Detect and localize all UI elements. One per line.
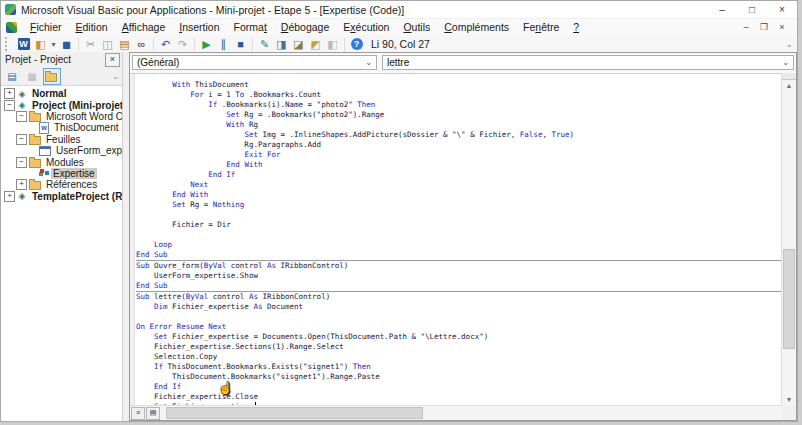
collapse-icon[interactable]: − (16, 111, 27, 122)
code-line (136, 230, 782, 240)
mouse-pointer-hand-icon: ☝ (218, 381, 233, 395)
insert-dropdown-icon[interactable]: ▾ (49, 36, 58, 52)
scroll-up-icon[interactable]: ▲ (782, 80, 796, 92)
menu-complments[interactable]: Compléments (437, 20, 516, 34)
tree-item-r-f-rences[interactable]: +Références (1, 179, 122, 190)
mdi-close-button[interactable]: × (773, 22, 791, 32)
collapse-icon[interactable]: − (16, 134, 27, 145)
code-line: End With (136, 190, 782, 200)
pause-icon[interactable]: ∥ (215, 36, 232, 52)
minimize-button[interactable]: – (707, 1, 737, 18)
menu-bar: FichierEditionAffichageInsertionFormatDé… (1, 19, 797, 35)
code-editor[interactable]: With ThisDocument For i = 1 To .Bookmark… (130, 73, 782, 406)
code-line: If .Bookmarks(i).Name = "photo2" Then (136, 100, 782, 110)
code-line: Next (136, 180, 782, 190)
expand-icon[interactable]: + (16, 179, 27, 190)
run-icon[interactable]: ▶ (198, 36, 215, 52)
menu-fichier[interactable]: Fichier (23, 20, 69, 34)
toolbar-grip[interactable] (5, 37, 12, 51)
tree-item-feuilles[interactable]: −Feuilles (1, 134, 122, 145)
tree-item-templateproject-rapp[interactable]: +◈TemplateProject (Rapp (1, 191, 122, 202)
collapse-icon[interactable]: − (4, 100, 15, 111)
menu-affichage[interactable]: Affichage (115, 20, 173, 34)
panel-close-icon[interactable]: × (105, 53, 120, 67)
mdi-minimize-button[interactable]: – (737, 22, 755, 32)
tree-item-label: Expertise (51, 168, 97, 179)
object-browser-icon[interactable]: ◩ (307, 36, 324, 52)
menu-dbogage[interactable]: Débogage (274, 20, 336, 34)
undo-icon[interactable]: ↶ (157, 36, 174, 52)
help-icon[interactable]: ? (348, 36, 365, 52)
procedure-view-icon[interactable]: ≡ (131, 407, 145, 420)
menu-outils[interactable]: Outils (396, 20, 437, 34)
code-text: With ThisDocument For i = 1 To .Bookmark… (136, 80, 782, 406)
collapse-icon[interactable]: − (16, 157, 27, 168)
app-icon (5, 4, 16, 15)
project-icon: ◈ (17, 89, 27, 99)
split-handle[interactable] (782, 73, 796, 80)
stop-icon[interactable]: ◼ (232, 36, 249, 52)
view-word-icon[interactable]: W (15, 36, 32, 52)
scroll-down-icon[interactable]: ▼ (782, 394, 796, 406)
code-window: (Général) ⌄ lettre ⌄ With ThisDocument F… (129, 52, 797, 421)
vertical-scroll-thumb[interactable] (783, 249, 795, 349)
procedure-dropdown[interactable]: lettre ⌄ (382, 55, 794, 70)
close-button[interactable]: × (767, 1, 797, 18)
maximize-button[interactable]: □ (737, 1, 767, 18)
view-code-icon[interactable]: ▤ (3, 68, 21, 85)
save-icon[interactable]: ◼ (58, 36, 75, 52)
code-line (136, 210, 782, 220)
tree-item-label: Project (Mini-projet - Et (30, 100, 122, 111)
tree-item-expertise[interactable]: Expertise (1, 168, 122, 179)
panel-overflow-icon[interactable]: ⌄ (112, 72, 120, 81)
tree-item-userform-expertise[interactable]: UserForm_expertise (1, 145, 122, 156)
code-line: On Error Resume Next (136, 322, 782, 332)
full-module-view-icon[interactable]: ▤ (146, 407, 160, 420)
design-mode-icon[interactable]: ✎ (256, 36, 273, 52)
menu-insertion[interactable]: Insertion (172, 20, 226, 34)
insert-userform-icon[interactable]: ◧ (32, 36, 49, 52)
code-line: End Sub (136, 250, 782, 260)
project-explorer-panel: Projet - Project × ▤▦⌄ +◈Normal−◈Project… (1, 52, 123, 421)
code-line: Set Img = .InlineShapes.AddPicture(sDoss… (136, 130, 782, 140)
code-line: With ThisDocument (136, 80, 782, 90)
project-explorer-icon[interactable]: ◨ (273, 36, 290, 52)
code-line: End If (136, 170, 782, 180)
folder-icon (29, 159, 41, 168)
code-body: With ThisDocument For i = 1 To .Bookmark… (130, 73, 796, 420)
tree-item-normal[interactable]: +◈Normal (1, 88, 122, 99)
tree-item-label: Feuilles (44, 134, 82, 145)
tree-item-project-mini-projet-et[interactable]: −◈Project (Mini-projet - Et (1, 99, 122, 110)
toolbar-separator (153, 38, 154, 51)
expand-icon[interactable]: + (4, 191, 15, 202)
margin-indicator-bar (130, 74, 135, 406)
menu-format[interactable]: Format (227, 20, 274, 34)
vertical-scrollbar[interactable]: ▲ ▼ (781, 73, 796, 406)
paste-icon[interactable]: ▤ (116, 36, 133, 52)
menu-?[interactable]: ? (566, 20, 586, 34)
tree-item-microsoft-word-objets[interactable]: −Microsoft Word Objets (1, 111, 122, 122)
code-line: Sub Ouvre_form(ByVal control As IRibbonC… (136, 261, 782, 271)
title-bar: Microsoft Visual Basic pour Applications… (1, 1, 797, 19)
properties-window-icon[interactable]: ◪ (290, 36, 307, 52)
module-icon (40, 169, 44, 173)
toolbar-options-icon[interactable]: ⌄ (785, 39, 797, 49)
mdi-restore-button[interactable]: ❐ (755, 22, 773, 32)
menu-excution[interactable]: Exécution (336, 20, 396, 34)
view-object-icon[interactable]: ▦ (23, 68, 41, 85)
code-combo-row: (Général) ⌄ lettre ⌄ (130, 53, 796, 73)
horizontal-scroll-thumb[interactable] (166, 407, 423, 419)
toolbar-separator (344, 38, 345, 51)
code-line: Selection.Copy (136, 352, 782, 362)
menu-fentre[interactable]: Fenêtre (516, 20, 566, 34)
folder-icon (29, 113, 41, 122)
horizontal-scrollbar[interactable]: ≡ ▤ (130, 405, 782, 420)
menu-edition[interactable]: Edition (69, 20, 115, 34)
tree-item-modules[interactable]: −Modules (1, 156, 122, 167)
tree-item-thisdocument[interactable]: WThisDocument (1, 122, 122, 133)
code-line: Set Rg = Nothing (136, 200, 782, 210)
object-dropdown[interactable]: (Général) ⌄ (132, 55, 377, 70)
find-icon[interactable]: ∞ (133, 36, 150, 52)
toggle-folders-icon[interactable] (43, 68, 61, 85)
expand-icon[interactable]: + (4, 88, 15, 99)
